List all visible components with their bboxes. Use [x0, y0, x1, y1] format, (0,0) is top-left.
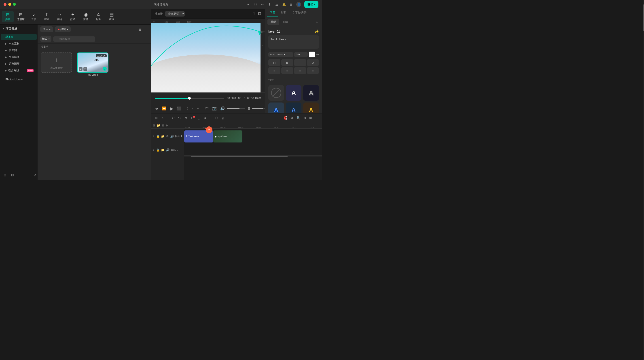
download-icon[interactable]: ⬇ — [268, 2, 272, 6]
tl-audio-lock-icon[interactable]: 🔒 — [156, 148, 160, 152]
tab-caption[interactable]: 字幕 — [267, 9, 278, 17]
preset-dropdown[interactable]: 預設 ▾ — [40, 36, 52, 42]
tl-video-folder-icon[interactable]: 📁 — [161, 135, 164, 138]
format-tt-button[interactable]: TT — [268, 59, 280, 66]
new-folder-icon[interactable]: ⊟ — [10, 172, 16, 178]
tl-text-icon[interactable]: T — [209, 115, 213, 120]
export-button[interactable]: 匯出 ▾ — [304, 1, 318, 8]
grid-icon[interactable]: ⊞ — [289, 2, 293, 6]
tl-layout-icon[interactable]: ⊞ — [308, 115, 313, 120]
skip-back-button[interactable]: ⏮ — [154, 106, 159, 111]
preset-a1[interactable]: A — [286, 85, 302, 101]
sidebar-item-folder[interactable]: 檔案夾 — [1, 34, 37, 40]
tl-audio-folder-icon[interactable]: 📁 — [161, 148, 164, 152]
import-placeholder[interactable]: ＋ 導入媒體檔 — [41, 52, 72, 73]
tl-plus-track-icon[interactable]: ⊕ — [166, 124, 168, 127]
volume-bar[interactable] — [227, 108, 245, 109]
tl-gear-icon[interactable]: ⚙ — [289, 115, 294, 120]
preset-a5[interactable]: A — [303, 103, 319, 113]
tl-snap-icon[interactable]: 🧲 — [282, 115, 288, 120]
avatar[interactable]: 👤 — [296, 2, 301, 7]
mark-in-button[interactable]: { — [186, 106, 189, 111]
quality-select[interactable]: 最高品質 — [165, 11, 185, 16]
format-underline-button[interactable]: U — [307, 59, 319, 66]
frame-back-button[interactable]: ⏪ — [161, 105, 167, 111]
toolbar-item-stock[interactable]: ⊞ 素材庫 — [15, 11, 27, 22]
font-size-select[interactable]: 24 ▾ — [294, 52, 308, 57]
progress-bar[interactable] — [155, 98, 224, 99]
caption-icon[interactable]: ⬚ — [253, 2, 258, 6]
tl-cut-icon[interactable]: ✂ — [190, 115, 195, 120]
tab-tts[interactable]: 文字轉語音 — [289, 9, 309, 17]
sidebar-item-photos[interactable]: Photos Library — [3, 77, 34, 82]
format-bold-button[interactable]: B — [281, 59, 294, 66]
tl-zoom-icon[interactable]: 🔍 — [296, 115, 302, 120]
sub-tab-animation[interactable]: 動畫 — [280, 19, 292, 25]
zoom-out-button[interactable]: ⊟ — [247, 105, 251, 111]
eyedropper-icon[interactable]: ✏ — [316, 53, 319, 56]
toolbar-item-title[interactable]: T 標題 — [41, 11, 53, 22]
tl-delete-icon[interactable]: 🗑 — [183, 115, 189, 120]
tl-crop-icon[interactable]: ⬚ — [196, 115, 202, 120]
sidebar-item-local[interactable]: ▶ 本地素材 — [1, 40, 37, 47]
toolbar-item-filter[interactable]: ◉ 濾鏡 — [80, 11, 92, 22]
minimize-button[interactable] — [8, 3, 11, 6]
tl-video-eye-icon[interactable]: 👁 — [166, 135, 169, 138]
toolbar-item-media[interactable]: ⊟ 媒體 — [2, 11, 14, 22]
tl-more-icon[interactable]: ⋮ — [314, 115, 319, 120]
tl-video-lock-icon[interactable]: 🔒 — [156, 135, 160, 138]
tl-folder-icon[interactable]: 📁 — [157, 124, 160, 127]
import-folder-icon[interactable]: ⊞ — [2, 172, 8, 178]
preset-a3[interactable]: A — [268, 103, 284, 113]
align-left-button[interactable]: ≡ — [268, 67, 280, 74]
bell-icon[interactable]: 🔔 — [282, 2, 286, 6]
mark-out-button[interactable]: } — [190, 106, 194, 111]
toolbar-item-sticker[interactable]: ☺ 貼圖 — [92, 11, 105, 22]
send-icon[interactable]: ✈ — [246, 2, 250, 6]
tl-audio-volume-icon[interactable]: 🔊 — [166, 148, 170, 152]
align-center-button[interactable]: ≡ — [281, 67, 294, 74]
layout-icon[interactable]: ⊟ — [314, 19, 320, 25]
stop-button[interactable]: ⬛ — [176, 105, 182, 111]
fullscreen-button[interactable]: ⬚ — [204, 105, 210, 111]
color-picker[interactable] — [309, 52, 315, 57]
tl-video-volume-icon[interactable]: 🔊 — [170, 135, 174, 138]
screenshot-button[interactable]: 📷 — [211, 105, 218, 111]
filter-icon[interactable]: ⊟ — [138, 27, 142, 32]
align-justify-button[interactable]: ≡ — [307, 67, 319, 74]
close-button[interactable] — [4, 3, 6, 6]
font-select[interactable]: Arial Unicod ▾ — [268, 52, 293, 57]
tl-transform-icon[interactable]: ⬡ — [214, 115, 219, 120]
tl-dots-icon[interactable]: ⋯ — [227, 115, 232, 120]
tl-plus-icon[interactable]: ⊕ — [302, 115, 307, 120]
ai-icon[interactable]: ✨ — [314, 29, 319, 33]
preset-a2[interactable]: A — [303, 85, 319, 101]
search-input[interactable] — [53, 36, 95, 42]
grid-preview-icon[interactable]: ⊞ — [253, 12, 256, 16]
tl-keyframe-icon[interactable]: ◈ — [203, 115, 208, 120]
sidebar-item-cloud[interactable]: ▶ 雲空間 — [1, 47, 37, 54]
preset-disabled[interactable] — [268, 85, 284, 101]
toolbar-item-transition[interactable]: ↔ 轉場 — [54, 11, 66, 22]
text-content-input[interactable]: Text Here — [268, 35, 319, 49]
preset-a4[interactable]: A — [286, 103, 302, 113]
format-italic-button[interactable]: I — [294, 59, 306, 66]
record-button[interactable]: 錄製 ▾ — [55, 26, 71, 32]
tab-video[interactable]: 影片 — [278, 9, 289, 17]
more-icon[interactable]: ··· — [144, 27, 148, 32]
tl-video-clip[interactable]: ▶ My Video — [213, 130, 242, 143]
sidebar-item-adjustment[interactable]: ▶ 調整圖層 — [1, 60, 37, 67]
tl-grid-icon[interactable]: ⊞ — [154, 115, 159, 120]
play-button[interactable]: ▶ — [169, 105, 174, 112]
cloud-icon[interactable]: ☁ — [275, 2, 279, 6]
tl-circle-icon[interactable]: ◎ — [220, 115, 226, 120]
sidebar-collapse-icon[interactable]: ◁ — [34, 174, 36, 177]
maximize-button[interactable] — [13, 3, 16, 6]
tl-group-icon[interactable]: ⊟ — [162, 124, 164, 127]
media-thumb-video[interactable]: 00:00:05 ▶ ⬚ ✓ My Video — [77, 52, 108, 76]
tl-scroll-thumb[interactable] — [191, 156, 288, 157]
toolbar-item-audio[interactable]: ♪ 音訊 — [28, 11, 40, 22]
sidebar-item-brand[interactable]: ▶ 品牌套件 — [1, 54, 37, 60]
volume-button[interactable]: 🔊 — [219, 105, 226, 111]
align-right-button[interactable]: ≡ — [294, 67, 306, 74]
